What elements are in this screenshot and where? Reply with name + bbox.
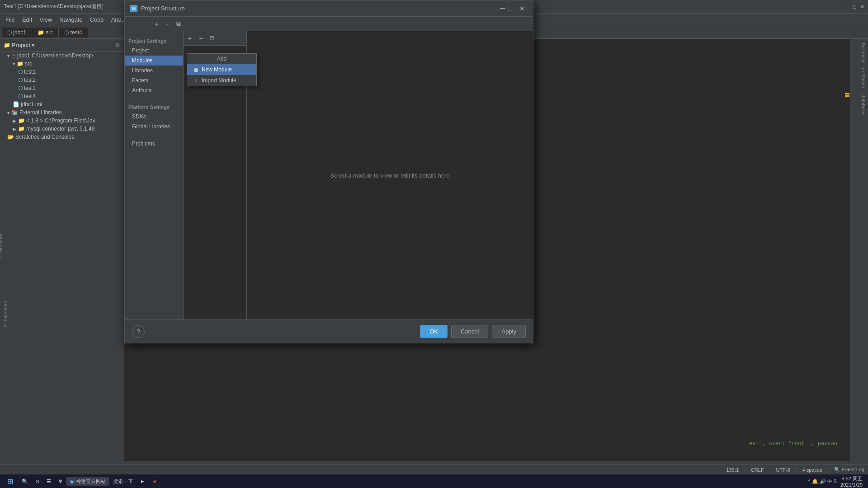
dropdown-import-module[interactable]: ↗ Import Module [187,75,256,86]
tree-scratches[interactable]: 📂 Scratches and Consoles [0,133,124,141]
tree-test2[interactable]: ⬡ test2 [0,76,124,84]
tree-mysql[interactable]: ▶ 📁 mysql-connector-java-5.1.49 [0,125,124,133]
dialog-body: Project Settings Project Modules Librari… [125,31,533,319]
taskbar-winamp[interactable]: ❄ [55,478,66,485]
tab-src[interactable]: 📁 src [32,28,59,38]
project-structure-dialog: ⊞ Project Structure ─ □ ✕ ← → + − ⧉ Proj… [124,0,533,343]
dialog-toolbar: ← → + − ⧉ [125,17,533,31]
new-module-label: New Module [202,66,232,73]
tray-icons: ^ 🔔 🔊 中 S [808,478,837,485]
modules-copy-button[interactable]: ⧉ [207,33,217,43]
maximize-icon[interactable]: □ [853,4,856,10]
nothing-to-show: Nothing to show [184,46,246,319]
status-separator-4: | [828,467,829,473]
settings-libraries[interactable]: Libraries [125,66,183,75]
help-button[interactable]: ? [132,325,145,338]
add-dropdown-menu: Add ▦ New Module ↗ Import Module [187,53,257,86]
taskbar-browser[interactable]: ◉ 神途官方网站 [66,477,109,486]
structure-label: 7: Structure [0,234,4,259]
tree-src[interactable]: ▾ 📁 src [0,60,124,68]
status-separator-3: | [796,467,797,473]
modules-toolbar: + − ⧉ [184,31,246,46]
menu-navigate[interactable]: Navigate [56,15,86,24]
ok-button[interactable]: OK [420,325,448,338]
event-log-link[interactable]: 🔍 Event Log [834,467,864,473]
tree-jdbc1[interactable]: ▾ ⊟ jdbc1 C:\Users\lenovo\Desktop\ [0,52,124,60]
dialog-titlebar: ⊞ Project Structure ─ □ ✕ [125,0,533,17]
settings-problems[interactable]: Problems [125,139,183,149]
import-module-label: Import Module [202,77,236,84]
menu-edit[interactable]: Edit [19,15,36,24]
status-crlf: CRLF [751,467,764,473]
dialog-close-button[interactable]: ✕ [517,4,528,13]
modules-remove-button[interactable]: − [196,34,205,43]
settings-artifacts[interactable]: Artifacts [125,85,183,95]
right-tool-maven[interactable]: m Maven [851,66,867,90]
right-tool-ant[interactable]: Ant Build [851,41,867,64]
toolbar-remove-button[interactable]: − [163,19,172,28]
right-tool-database[interactable]: Database [851,92,867,117]
dialog-maximize[interactable]: □ [509,4,513,13]
taskbar-widgets[interactable]: ☰ [43,478,55,485]
close-icon[interactable]: ✕ [860,4,864,10]
nav-forward-button[interactable]: → [140,19,150,28]
favorites-label: 2: Favorites [1,301,9,327]
dialog-title-icon: ⊞ [130,5,137,12]
modules-add-button[interactable]: + [185,34,194,43]
settings-global-libraries[interactable]: Global Libraries [125,122,183,131]
code-text: est", user: "root ", passwo [749,440,837,446]
system-tray: ^ 🔔 🔊 中 S 9:52 周五 2021/1/29 [804,475,866,488]
taskbar-taskview[interactable]: ⊙ [32,478,43,485]
menu-code[interactable]: Code [86,15,108,24]
taskbar-ide[interactable]: ⊟ [149,478,160,485]
tray-clock: 9:52 周五 2021/1/29 [840,475,863,488]
right-tool-buttons: Ant Build m Maven Database [850,39,868,118]
win-start-button[interactable]: ⊞ [2,474,18,488]
right-tools-panel: Ant Build m Maven Database [850,39,868,461]
gutter-warning-1 [845,93,849,94]
tree-iml[interactable]: 📄 jdbc1.iml [0,100,124,108]
project-settings-label: Project Settings [125,35,183,46]
sidebar-title: 📁 Project ▾ [4,42,34,48]
tab-test4[interactable]: ⬡ test4 [59,28,88,38]
tree-test3[interactable]: ⬡ test3 [0,84,124,92]
select-module-hint: Select a module to view or edit its deta… [330,172,449,179]
menu-view[interactable]: View [36,15,56,24]
status-separator-2: | [769,467,771,473]
tree-test4[interactable]: ⬡ test4 [0,92,124,100]
apply-button[interactable]: Apply [492,325,526,338]
toolbar-add-button[interactable]: + [152,19,161,28]
dialog-footer: ? OK Cancel Apply [125,319,533,343]
menu-file[interactable]: File [2,15,19,24]
settings-project[interactable]: Project [125,46,183,56]
settings-sdks[interactable]: SDKs [125,112,183,122]
status-spaces: 4 spaces [802,467,822,473]
dropdown-new-module[interactable]: ▦ New Module [187,64,256,75]
taskbar-search2[interactable]: 搜索一下 [109,477,137,486]
settings-modules[interactable]: Modules [125,56,183,66]
nav-back-button[interactable]: ← [128,19,138,28]
tray-date-text: 2021/1/29 [840,482,863,488]
minimize-icon[interactable]: ─ [845,4,849,10]
platform-settings-label: Platform Settings [125,101,183,112]
tree-external-libs[interactable]: ▾ 📚 External Libraries [0,108,124,117]
right-gutter [844,39,850,461]
tray-time-text: 9:52 周五 [840,475,863,482]
dialog-minimize[interactable]: ─ [500,4,505,13]
settings-facets[interactable]: Facets [125,75,183,85]
ide-background: Test1 [C:\Users\lenovo\Desktop\java项目] ─… [0,0,868,488]
cancel-button[interactable]: Cancel [451,325,488,338]
new-module-icon: ▦ [193,66,199,73]
dialog-title-left: ⊞ Project Structure [130,5,185,12]
tab-jdbc1[interactable]: ⬡ jdbc1 [2,28,32,38]
status-encoding: UTF-8 [776,467,790,473]
tree-jdk[interactable]: ▶ 📁 < 1.8 > C:\Program Files\Jav [0,117,124,125]
tree-test1[interactable]: ⬡ test1 [0,68,124,76]
dialog-title-text: Project Structure [141,5,185,12]
sidebar-settings-icon[interactable]: ⚙ [115,42,120,48]
dropdown-header: Add [187,54,256,64]
taskbar-app1[interactable]: ► [137,478,149,485]
taskbar-search[interactable]: 🔍 [18,478,32,485]
status-separator-1: | [744,467,745,473]
toolbar-copy-button[interactable]: ⧉ [174,19,184,28]
